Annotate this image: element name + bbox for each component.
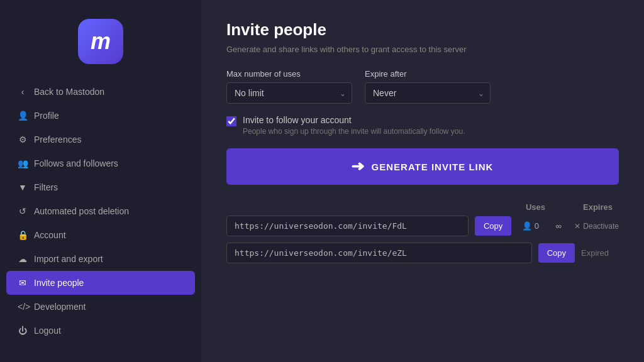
- invite-rows-container: https://universeodon.com/invite/FdLCopy👤…: [226, 216, 619, 263]
- sidebar-label-import-export: Import and export: [34, 254, 103, 264]
- sidebar-nav: ‹Back to Mastodon👤Profile⚙Preferences👥Fo…: [0, 80, 201, 343]
- form-row: Max number of uses No limit 1 use 5 uses…: [226, 69, 619, 104]
- expires-cell-0: ∞: [549, 221, 568, 231]
- sidebar-item-invite[interactable]: ✉Invite people: [6, 271, 195, 295]
- max-uses-select[interactable]: No limit 1 use 5 uses 10 uses 25 uses 50…: [226, 82, 352, 104]
- uses-header: Uses: [526, 202, 545, 212]
- expire-select-wrapper: Never 30 minutes 1 hour 6 hours 12 hours…: [365, 82, 491, 104]
- back-icon: ‹: [18, 87, 28, 97]
- logo-icon: m: [78, 19, 123, 64]
- sidebar-item-auto-delete[interactable]: ↺Automated post deletion: [6, 199, 195, 223]
- max-uses-label: Max number of uses: [226, 69, 352, 79]
- generate-invite-button[interactable]: ➜ GENERATE INVITE LINK: [226, 148, 619, 185]
- invite-follow-label-group: Invite to follow your account People who…: [243, 115, 465, 136]
- expired-badge-1: Expired: [581, 248, 619, 258]
- expire-select[interactable]: Never 30 minutes 1 hour 6 hours 12 hours…: [365, 82, 491, 104]
- sidebar-label-filters: Filters: [34, 182, 58, 192]
- sidebar-item-account[interactable]: 🔒Account: [6, 223, 195, 247]
- copy-button-1[interactable]: Copy: [538, 243, 575, 263]
- invite-row: https://universeodon.com/invite/FdLCopy👤…: [226, 216, 619, 236]
- account-icon: 🔒: [18, 230, 28, 240]
- sidebar-label-profile: Profile: [34, 111, 59, 121]
- invite-icon: ✉: [18, 278, 28, 288]
- invite-follow-checkbox[interactable]: [226, 116, 236, 126]
- sidebar-item-profile[interactable]: 👤Profile: [6, 104, 195, 128]
- invite-follow-main-label: Invite to follow your account: [243, 115, 465, 125]
- development-icon: </>: [18, 302, 28, 312]
- invite-follow-row: Invite to follow your account People who…: [226, 115, 619, 136]
- page-title: Invite people: [226, 20, 619, 40]
- follows-icon: 👥: [18, 158, 28, 168]
- sidebar-item-import-export[interactable]: ☁Import and export: [6, 247, 195, 271]
- import-export-icon: ☁: [18, 254, 28, 264]
- sidebar-item-preferences[interactable]: ⚙Preferences: [6, 128, 195, 151]
- sidebar-item-development[interactable]: </>Development: [6, 295, 195, 319]
- sidebar-item-follows[interactable]: 👥Follows and followers: [6, 151, 195, 175]
- profile-icon: 👤: [18, 111, 28, 121]
- sidebar-label-development: Development: [34, 302, 86, 312]
- sidebar-label-preferences: Preferences: [34, 134, 81, 145]
- sidebar-item-filters[interactable]: ▼Filters: [6, 175, 195, 199]
- expire-label: Expire after: [365, 69, 491, 79]
- sidebar-label-logout: Logout: [34, 326, 61, 336]
- max-uses-group: Max number of uses No limit 1 use 5 uses…: [226, 69, 352, 104]
- auto-delete-icon: ↺: [18, 206, 28, 216]
- arrow-icon: ➜: [351, 158, 365, 175]
- invite-url-0: https://universeodon.com/invite/FdL: [226, 216, 469, 236]
- sidebar-item-logout[interactable]: ⏻Logout: [6, 319, 195, 343]
- invite-row: https://universeodon.com/invite/eZLCopyE…: [226, 243, 619, 263]
- sidebar-label-follows: Follows and followers: [34, 158, 118, 168]
- copy-button-0[interactable]: Copy: [475, 216, 511, 236]
- expires-header: Expires: [583, 202, 613, 212]
- main-content: Invite people Generate and share links w…: [201, 0, 644, 362]
- sidebar-item-back[interactable]: ‹Back to Mastodon: [6, 80, 195, 104]
- sidebar-label-invite: Invite people: [34, 278, 84, 288]
- deactivate-button-0[interactable]: ✕Deactivate: [574, 222, 619, 231]
- logo-container: m: [78, 0, 123, 80]
- invite-url-1: https://universeodon.com/invite/eZL: [226, 243, 532, 263]
- sidebar-label-account: Account: [34, 230, 66, 240]
- uses-cell-0: 👤0: [518, 221, 543, 231]
- preferences-icon: ⚙: [18, 134, 28, 145]
- invite-follow-sub-label: People who sign up through the invite wi…: [243, 127, 465, 136]
- sidebar-label-auto-delete: Automated post deletion: [34, 206, 129, 216]
- generate-btn-label: GENERATE INVITE LINK: [372, 162, 494, 172]
- filters-icon: ▼: [18, 182, 28, 192]
- logout-icon: ⏻: [18, 326, 28, 336]
- page-description: Generate and share links with others to …: [226, 45, 619, 54]
- sidebar-label-back: Back to Mastodon: [34, 87, 104, 97]
- max-uses-select-wrapper: No limit 1 use 5 uses 10 uses 25 uses 50…: [226, 82, 352, 104]
- sidebar: m ‹Back to Mastodon👤Profile⚙Preferences👥…: [0, 0, 201, 362]
- table-header: Uses Expires: [226, 202, 619, 216]
- expire-group: Expire after Never 30 minutes 1 hour 6 h…: [365, 69, 491, 104]
